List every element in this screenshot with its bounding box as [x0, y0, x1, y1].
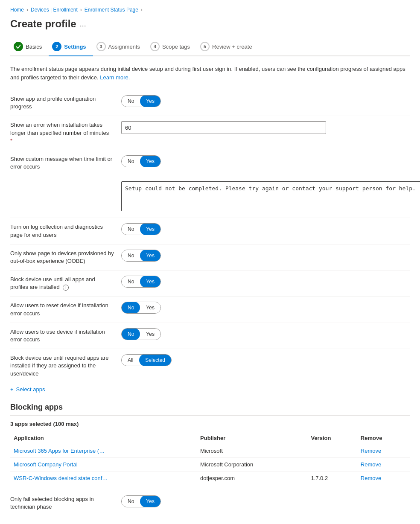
select-apps-button[interactable]: + Select apps: [10, 386, 410, 393]
toggle-show-app-profile: No Yes: [121, 95, 410, 107]
label-block-required-apps: Block device use until required apps are…: [10, 354, 121, 378]
label-allow-use: Allow users to use device if installatio…: [10, 328, 121, 344]
toggle-no-only-fail[interactable]: No: [122, 495, 140, 507]
col-remove: Remove: [357, 432, 410, 444]
col-application: Application: [10, 432, 197, 444]
form-row-oobe: Only show page to devices provisioned by…: [10, 245, 410, 271]
toggle-yes-block-device[interactable]: Yes: [140, 276, 160, 288]
step-basics[interactable]: Basics: [10, 38, 49, 55]
toggle-yes-only-fail[interactable]: Yes: [140, 495, 160, 507]
step-review-label: Review + create: [212, 44, 252, 50]
toggle-only-fail: No Yes: [121, 495, 410, 507]
toggle-no-custom-message[interactable]: No: [122, 155, 140, 167]
app-publisher-1: Microsoft Corporation: [197, 457, 307, 471]
app-remove-1[interactable]: Remove: [357, 457, 410, 471]
step-settings-circle: 2: [52, 42, 61, 51]
toggle-yes-show-app-profile[interactable]: Yes: [140, 95, 160, 107]
textarea-custom-message[interactable]: Setup could not be completed. Please try…: [121, 181, 420, 211]
form-row-custom-message-toggle: Show custom message when time limit or e…: [10, 150, 410, 176]
toggle-group-allow-reset[interactable]: No Yes: [121, 302, 161, 314]
toggle-yes-allow-use[interactable]: Yes: [140, 328, 160, 340]
app-remove-0[interactable]: Remove: [357, 444, 410, 457]
toggle-group-oobe[interactable]: No Yes: [121, 250, 161, 262]
toggle-yes-log-collection[interactable]: Yes: [140, 223, 160, 235]
toggle-group-block-required-apps[interactable]: All Selected: [121, 354, 172, 366]
required-star: *: [10, 137, 12, 144]
app-version-2: 1.7.0.2: [307, 471, 357, 485]
page-title: Create profile: [10, 18, 76, 30]
form-row-error-minutes: Show an error when installation takes lo…: [10, 116, 410, 150]
app-name-2: WSR-C-Windows desired state conf…: [10, 471, 197, 485]
col-version: Version: [307, 432, 357, 444]
step-review-create[interactable]: 5 Review + create: [197, 38, 259, 55]
toggle-log-collection: No Yes: [121, 223, 410, 235]
toggle-selected-apps[interactable]: Selected: [139, 354, 171, 366]
step-assignments-label: Assignments: [108, 44, 140, 50]
more-options-button[interactable]: ...: [80, 20, 86, 29]
toggle-no-allow-reset[interactable]: No: [122, 302, 140, 314]
toggle-all-apps[interactable]: All: [122, 354, 139, 366]
info-icon-block-device[interactable]: i: [63, 285, 69, 291]
toggle-group-show-app-profile[interactable]: No Yes: [121, 95, 161, 107]
toggle-allow-use: No Yes: [121, 328, 410, 340]
app-publisher-2: dotjesper.com: [197, 471, 307, 485]
label-log-collection: Turn on log collection and diagnostics p…: [10, 223, 121, 239]
form-row-allow-reset: Allow users to reset device if installat…: [10, 297, 410, 323]
apps-table: Application Publisher Version Remove Mic…: [10, 432, 410, 485]
input-error-minutes[interactable]: [121, 121, 326, 134]
breadcrumb-home[interactable]: Home: [10, 7, 24, 13]
app-name-0: Microsoft 365 Apps for Enterprise (…: [10, 444, 197, 457]
breadcrumb-enrollment-status[interactable]: Enrollment Status Page: [85, 7, 138, 13]
learn-more-link[interactable]: Learn more.: [100, 74, 130, 81]
step-assignments[interactable]: 3 Assignments: [93, 38, 147, 55]
form-row-block-required-apps: Block device use until required apps are…: [10, 349, 410, 383]
step-settings[interactable]: 2 Settings: [49, 38, 93, 56]
remove-link-0[interactable]: Remove: [361, 448, 381, 454]
col-publisher: Publisher: [197, 432, 307, 444]
step-scope-circle: 4: [150, 42, 160, 51]
blocking-apps-title: Blocking apps: [10, 403, 410, 412]
toggle-no-allow-use[interactable]: No: [122, 328, 140, 340]
blocking-apps-divider: [10, 415, 410, 416]
remove-link-1[interactable]: Remove: [361, 461, 381, 468]
label-oobe: Only show page to devices provisioned by…: [10, 250, 121, 265]
app-name-1: Microsoft Company Portal: [10, 457, 197, 471]
form-row-show-app-profile: Show app and profile configuration progr…: [10, 90, 410, 116]
table-row: Microsoft 365 Apps for Enterprise (… Mic…: [10, 444, 410, 457]
form-row-log-collection: Turn on log collection and diagnostics p…: [10, 218, 410, 244]
label-only-fail: Only fail selected blocking apps in tech…: [10, 495, 121, 511]
control-error-minutes: [121, 121, 410, 134]
toggle-group-allow-use[interactable]: No Yes: [121, 328, 161, 340]
table-row: Microsoft Company Portal Microsoft Corpo…: [10, 457, 410, 471]
toggle-group-log-collection[interactable]: No Yes: [121, 223, 161, 235]
toggle-no-log-collection[interactable]: No: [122, 223, 140, 235]
toggle-block-required-apps: All Selected: [121, 354, 410, 366]
apps-count: 3 apps selected (100 max): [10, 421, 410, 427]
toggle-yes-oobe[interactable]: Yes: [140, 250, 160, 262]
toggle-allow-reset: No Yes: [121, 302, 410, 314]
breadcrumb-devices[interactable]: Devices | Enrollment: [31, 7, 78, 13]
toggle-group-only-fail[interactable]: No Yes: [121, 495, 161, 507]
form-row-allow-use: Allow users to use device if installatio…: [10, 323, 410, 349]
step-basics-circle: [14, 42, 23, 51]
app-version-0: [307, 444, 357, 457]
select-apps-label[interactable]: Select apps: [16, 386, 45, 393]
toggle-no-show-app-profile[interactable]: No: [122, 95, 140, 107]
label-show-app-profile: Show app and profile configuration progr…: [10, 95, 121, 111]
toggle-block-device: No Yes: [121, 276, 410, 288]
toggle-no-block-device[interactable]: No: [122, 276, 140, 288]
app-publisher-0: Microsoft: [197, 444, 307, 457]
remove-link-2[interactable]: Remove: [361, 475, 381, 481]
table-row: WSR-C-Windows desired state conf… dotjes…: [10, 471, 410, 485]
step-scope-tags[interactable]: 4 Scope tags: [147, 38, 197, 55]
form-row-custom-message-text: Setup could not be completed. Please try…: [10, 176, 410, 218]
toggle-group-custom-message[interactable]: No Yes: [121, 155, 161, 167]
plus-icon: +: [10, 386, 14, 393]
label-block-device: Block device use until all apps and prof…: [10, 276, 121, 291]
app-remove-2[interactable]: Remove: [357, 471, 410, 485]
toggle-yes-allow-reset[interactable]: Yes: [140, 302, 160, 314]
toggle-yes-custom-message[interactable]: Yes: [140, 155, 160, 167]
toggle-no-oobe[interactable]: No: [122, 250, 140, 262]
toggle-group-block-device[interactable]: No Yes: [121, 276, 161, 288]
form-row-block-device: Block device use until all apps and prof…: [10, 271, 410, 297]
